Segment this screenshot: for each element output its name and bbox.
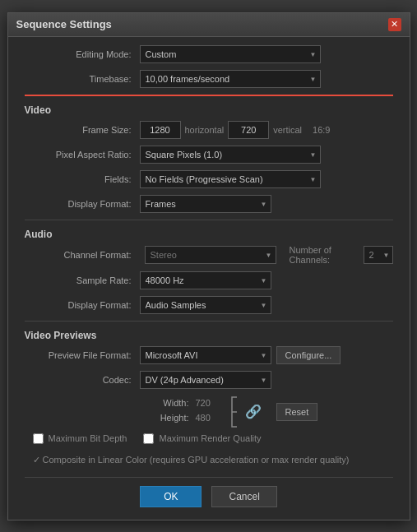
- pixel-aspect-label: Pixel Aspect Ratio:: [25, 150, 132, 160]
- title-bar: Sequence Settings ✕: [8, 13, 410, 37]
- audio-display-format-select[interactable]: Audio Samples: [140, 296, 271, 314]
- width-height-block: Width: 720 Height: 480: [140, 398, 229, 426]
- sequence-settings-dialog: Sequence Settings ✕ Editing Mode: Custom…: [7, 12, 410, 520]
- timebase-label: Timebase:: [25, 74, 132, 84]
- audio-divider: [25, 220, 393, 220]
- editing-mode-row: Editing Mode: Custom: [25, 45, 393, 63]
- sample-rate-label: Sample Rate:: [25, 275, 132, 285]
- height-label: Height:: [140, 413, 189, 423]
- codec-select-wrapper[interactable]: DV (24p Advanced): [140, 371, 271, 389]
- dimensions-group: Width: 720 Height: 480 🔗 Reset: [140, 396, 393, 428]
- frame-width-input[interactable]: [140, 121, 181, 139]
- editing-mode-label: Editing Mode:: [25, 49, 132, 59]
- composite-linear-label: ✓ Composite in Linear Color (requires GP…: [33, 455, 350, 465]
- timebase-row: Timebase: 10,00 frames/second: [25, 70, 393, 96]
- fields-label: Fields:: [25, 174, 132, 184]
- bottom-buttons: OK Cancel: [25, 477, 393, 507]
- channel-format-label: Channel Format:: [25, 250, 132, 260]
- width-label: Width:: [140, 398, 189, 408]
- video-display-format-select-wrapper[interactable]: Frames: [140, 195, 271, 213]
- preview-file-format-select[interactable]: Microsoft AVI: [140, 346, 271, 364]
- aspect-ratio: 16:9: [313, 125, 330, 135]
- max-bit-depth-label: Maximum Bit Depth: [49, 433, 127, 443]
- link-bracket-icon: [229, 396, 245, 428]
- fields-row: Fields: No Fields (Progressive Scan): [25, 170, 393, 188]
- sample-rate-select[interactable]: 48000 Hz: [140, 271, 271, 289]
- preview-file-format-select-wrapper[interactable]: Microsoft AVI: [140, 346, 271, 364]
- editing-mode-select-wrapper[interactable]: Custom: [140, 45, 321, 63]
- timebase-select[interactable]: 10,00 frames/second: [140, 70, 321, 88]
- fields-select-wrapper[interactable]: No Fields (Progressive Scan): [140, 170, 321, 188]
- channel-format-row: Channel Format: Stereo Number of Channel…: [25, 245, 393, 265]
- width-row: Width: 720: [140, 398, 229, 408]
- max-render-quality-label: Maximum Render Quality: [159, 433, 261, 443]
- codec-select[interactable]: DV (24p Advanced): [140, 371, 271, 389]
- vertical-label: vertical: [273, 125, 302, 135]
- editing-mode-select[interactable]: Custom: [140, 45, 321, 63]
- frame-size-row: Frame Size: horizontal vertical 16:9: [25, 121, 393, 139]
- dialog-title: Sequence Settings: [16, 18, 112, 30]
- audio-display-format-select-wrapper[interactable]: Audio Samples: [140, 296, 271, 314]
- codec-row: Codec: DV (24p Advanced): [25, 371, 393, 389]
- height-value: 480: [196, 413, 229, 423]
- fields-select[interactable]: No Fields (Progressive Scan): [140, 170, 321, 188]
- close-button[interactable]: ✕: [388, 18, 401, 31]
- max-render-quality-checkbox[interactable]: [143, 433, 154, 444]
- height-row: Height: 480: [140, 413, 229, 423]
- link-icon: 🔗: [245, 404, 262, 419]
- cancel-button[interactable]: Cancel: [211, 486, 276, 507]
- sample-rate-select-wrapper[interactable]: 48000 Hz: [140, 271, 271, 289]
- codec-label: Codec:: [25, 375, 132, 385]
- num-channels-label: Number of Channels:: [290, 245, 359, 265]
- width-value: 720: [196, 398, 229, 408]
- preview-file-format-label: Preview File Format:: [25, 350, 132, 360]
- audio-display-format-row: Display Format: Audio Samples: [25, 296, 393, 314]
- video-display-format-label: Display Format:: [25, 199, 132, 209]
- dialog-body: Editing Mode: Custom Timebase: 10,00 fra…: [8, 37, 410, 520]
- reset-button[interactable]: Reset: [276, 403, 318, 421]
- configure-button[interactable]: Configure...: [276, 346, 341, 364]
- composite-linear-row: ✓ Composite in Linear Color (requires GP…: [33, 454, 393, 465]
- video-preview-divider: [25, 321, 393, 322]
- num-channels-select[interactable]: 2: [364, 246, 393, 264]
- max-render-quality-row: Maximum Render Quality: [143, 433, 261, 444]
- frame-height-input[interactable]: [228, 121, 269, 139]
- max-bit-depth-checkbox[interactable]: [33, 433, 44, 444]
- pixel-aspect-select[interactable]: Square Pixels (1.0): [140, 146, 321, 164]
- video-section-header: Video: [25, 104, 393, 116]
- preview-file-format-row: Preview File Format: Microsoft AVI Confi…: [25, 346, 393, 364]
- pixel-aspect-select-wrapper[interactable]: Square Pixels (1.0): [140, 146, 321, 164]
- channel-format-select-wrapper[interactable]: Stereo: [145, 246, 276, 264]
- num-channels-select-wrapper[interactable]: 2: [364, 246, 393, 264]
- ok-button[interactable]: OK: [140, 486, 202, 507]
- max-bit-depth-row: Maximum Bit Depth: [33, 433, 127, 444]
- checkboxes-row: Maximum Bit Depth Maximum Render Quality: [33, 433, 393, 449]
- pixel-aspect-row: Pixel Aspect Ratio: Square Pixels (1.0): [25, 146, 393, 164]
- frame-size-label: Frame Size:: [25, 125, 132, 135]
- channel-format-select[interactable]: Stereo: [145, 246, 276, 264]
- horizontal-label: horizontal: [185, 125, 225, 135]
- audio-display-format-label: Display Format:: [25, 300, 132, 310]
- video-previews-header: Video Previews: [25, 330, 393, 341]
- video-display-format-select[interactable]: Frames: [140, 195, 271, 213]
- timebase-select-wrapper[interactable]: 10,00 frames/second: [140, 70, 321, 88]
- sample-rate-row: Sample Rate: 48000 Hz: [25, 271, 393, 289]
- audio-section-header: Audio: [25, 229, 393, 240]
- video-display-format-row: Display Format: Frames: [25, 195, 393, 213]
